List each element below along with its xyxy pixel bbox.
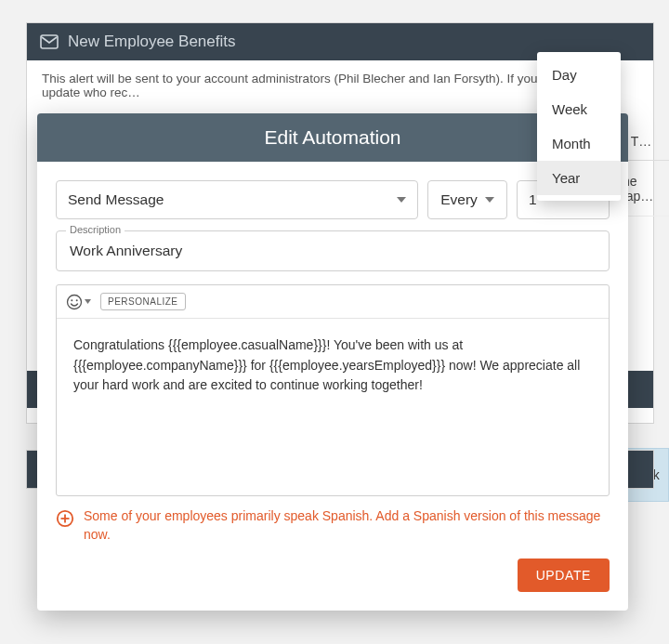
add-spanish-button[interactable] xyxy=(56,509,74,528)
frequency-select[interactable]: Every xyxy=(427,180,507,219)
personalize-button[interactable]: PERSONALIZE xyxy=(100,293,186,310)
action-select-value: Send Message xyxy=(68,191,164,208)
description-fieldset: Description xyxy=(56,230,610,271)
svg-point-4 xyxy=(71,299,72,301)
menu-item-year[interactable]: Year xyxy=(537,161,621,195)
action-select[interactable]: Send Message xyxy=(56,180,418,219)
caret-down-icon xyxy=(397,197,406,203)
caret-down-icon xyxy=(85,299,91,304)
smiley-icon xyxy=(66,294,83,310)
menu-item-week[interactable]: Week xyxy=(537,92,621,126)
emoji-button[interactable] xyxy=(66,294,91,310)
editor-toolbar: PERSONALIZE xyxy=(57,285,609,319)
hint-text: Some of your employees primarily speak S… xyxy=(84,507,610,544)
svg-point-5 xyxy=(76,299,78,301)
menu-item-month[interactable]: Month xyxy=(537,126,621,161)
plus-circle-icon xyxy=(56,509,74,528)
spanish-hint: Some of your employees primarily speak S… xyxy=(56,507,610,544)
description-input[interactable] xyxy=(70,241,596,261)
mail-icon xyxy=(40,34,59,49)
description-legend: Description xyxy=(66,224,125,235)
caret-down-icon xyxy=(485,197,494,203)
update-button[interactable]: UPDATE xyxy=(518,559,610,592)
message-textarea[interactable]: Congratulations {{{employee.casualName}}… xyxy=(57,319,609,495)
menu-item-day[interactable]: Day xyxy=(537,58,621,92)
svg-point-3 xyxy=(68,295,82,309)
frequency-label: Every xyxy=(440,191,478,208)
message-editor: PERSONALIZE Congratulations {{{employee.… xyxy=(56,284,610,496)
time-unit-menu: Day Week Month Year xyxy=(537,52,621,201)
card-title: New Employee Benefits xyxy=(68,33,235,51)
